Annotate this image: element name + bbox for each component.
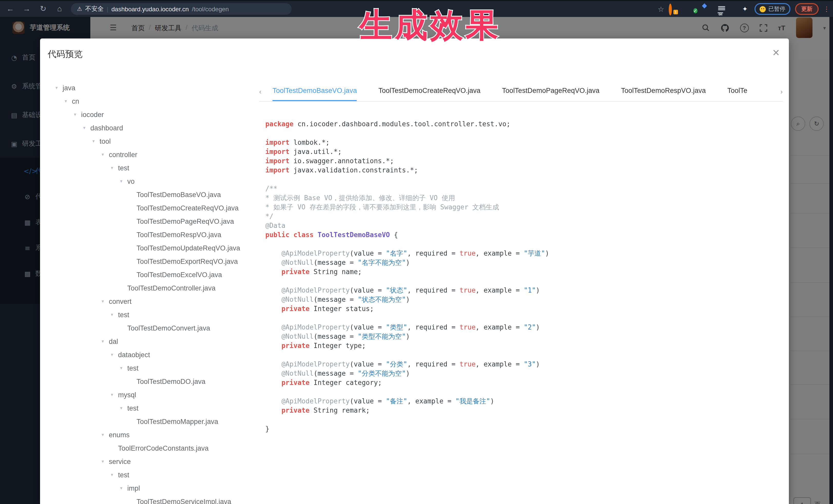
- tree-folder[interactable]: ▾service: [55, 455, 256, 468]
- tree-file[interactable]: ToolTestDemoRespVO.java: [55, 228, 256, 241]
- code-line: @NotNull(message = "名字不能为空"): [265, 258, 549, 267]
- caret-down-icon[interactable]: ▾: [102, 432, 109, 437]
- tab-scroll-right-icon[interactable]: ›: [772, 82, 783, 101]
- code-line: [265, 351, 549, 360]
- tree-folder[interactable]: ▾tool: [55, 135, 256, 148]
- extension-count-badge: 1: [673, 10, 678, 15]
- tree-folder[interactable]: ▾dataobject: [55, 348, 256, 361]
- update-button[interactable]: 更新: [795, 3, 818, 15]
- code-line: @ApiModelProperty(value = "分类", required…: [265, 360, 549, 369]
- extension-icon[interactable]: 1: [669, 5, 676, 13]
- tree-folder[interactable]: ▾iocoder: [55, 108, 256, 121]
- tree-folder[interactable]: ▾dal: [55, 335, 256, 348]
- close-icon[interactable]: ✕: [771, 47, 781, 58]
- tree-node-label: test: [118, 311, 129, 318]
- file-tab[interactable]: ToolTestDemoPageReqVO.java: [502, 82, 599, 101]
- caret-down-icon[interactable]: ▾: [111, 312, 118, 317]
- tree-node-label: dashboard: [90, 124, 123, 131]
- caret-down-icon[interactable]: ▾: [111, 392, 118, 397]
- file-tab[interactable]: ToolTe: [727, 82, 747, 101]
- tree-folder[interactable]: ▾test: [55, 401, 256, 415]
- tree-folder[interactable]: ▾test: [55, 361, 256, 375]
- tree-file[interactable]: ToolTestDemoMapper.java: [55, 415, 256, 428]
- puzzle-extension-icon[interactable]: ✦: [742, 5, 750, 13]
- tree-node-label: ToolTestDemoCreateReqVO.java: [137, 204, 239, 212]
- tree-folder[interactable]: ▾impl: [55, 481, 256, 495]
- code-line: [265, 387, 549, 397]
- reload-icon[interactable]: ↻: [37, 1, 49, 17]
- caret-down-icon[interactable]: ▾: [120, 405, 127, 411]
- tree-folder[interactable]: ▾enums: [55, 428, 256, 441]
- tree-file[interactable]: ToolTestDemoPageReqVO.java: [55, 215, 256, 228]
- home-icon[interactable]: ⌂: [53, 1, 66, 17]
- back-icon[interactable]: ←: [4, 1, 17, 17]
- caret-down-icon[interactable]: ▾: [111, 165, 118, 170]
- tree-file[interactable]: ToolTestDemoServiceImpl.java: [55, 495, 256, 504]
- tree-file[interactable]: ToolTestDemoBaseVO.java: [55, 188, 256, 201]
- tree-folder[interactable]: ▾test: [55, 161, 256, 174]
- tree-node-label: enums: [109, 431, 129, 438]
- file-tab[interactable]: ToolTestDemoCreateReqVO.java: [379, 82, 481, 101]
- tree-folder[interactable]: ▾test: [55, 308, 256, 321]
- tree-file[interactable]: ToolTestDemoExportReqVO.java: [55, 255, 256, 268]
- emoji-face-icon: [760, 6, 766, 12]
- check-extension-icon[interactable]: ✓: [693, 5, 701, 13]
- caret-down-icon[interactable]: ▾: [102, 299, 109, 304]
- tree-file[interactable]: ToolTestDemoExcelVO.java: [55, 268, 256, 281]
- caret-down-icon[interactable]: ▾: [102, 339, 109, 344]
- tree-node-label: test: [118, 471, 129, 479]
- caret-down-icon[interactable]: ▾: [111, 352, 118, 357]
- tree-file[interactable]: ToolTestDemoCreateReqVO.java: [55, 201, 256, 215]
- tree-node-label: iocoder: [81, 111, 104, 118]
- tree-folder[interactable]: ▾dashboard: [55, 121, 256, 135]
- tag-extension-icon[interactable]: [706, 5, 713, 13]
- file-tab[interactable]: ToolTestDemoBaseVO.java: [272, 82, 357, 101]
- tab-scroll-left-icon[interactable]: ‹: [259, 82, 269, 101]
- tree-file[interactable]: ToolTestDemoConvert.java: [55, 321, 256, 335]
- tree-folder[interactable]: ▾test: [55, 468, 256, 481]
- tree-folder[interactable]: ▾mysql: [55, 388, 256, 401]
- tree-file[interactable]: ToolTestDemoUpdateReqVO.java: [55, 241, 256, 255]
- caret-down-icon[interactable]: ▾: [102, 459, 109, 464]
- tree-node-label: tool: [100, 137, 111, 145]
- url-host: dashboard.yudao.iocoder.cn: [111, 5, 189, 13]
- tree-folder[interactable]: ▾cn: [55, 94, 256, 108]
- code-line: * 测试示例 Base VO，提供给添加、修改、详细的子 VO 使用: [265, 193, 549, 203]
- caret-down-icon[interactable]: ▾: [102, 152, 109, 157]
- caret-down-icon[interactable]: ▾: [83, 125, 90, 130]
- caret-down-icon[interactable]: ▾: [55, 85, 63, 90]
- browser-menu-icon[interactable]: ⋮: [823, 5, 830, 13]
- caret-down-icon[interactable]: ▾: [92, 139, 100, 144]
- bookmark-star-icon[interactable]: ☆: [658, 5, 664, 13]
- paused-badge[interactable]: 已暂停: [755, 3, 790, 15]
- address-bar[interactable]: ⚠ 不安全 | dashboard.yudao.iocoder.cn /tool…: [71, 3, 291, 15]
- list-extension-icon[interactable]: on: [718, 5, 725, 13]
- caret-down-icon[interactable]: ▾: [111, 472, 118, 477]
- pin-extension-icon[interactable]: [681, 5, 689, 13]
- tree-node-label: ToolErrorCodeConstants.java: [118, 444, 209, 452]
- tree-folder[interactable]: ▾vo: [55, 174, 256, 188]
- tree-folder[interactable]: ▾convert: [55, 295, 256, 308]
- caret-down-icon[interactable]: ▾: [65, 99, 72, 104]
- tree-file[interactable]: ToolTestDemoDO.java: [55, 375, 256, 388]
- file-tabs-bar: ‹ ToolTestDemoBaseVO.javaToolTestDemoCre…: [259, 82, 783, 102]
- forward-icon[interactable]: →: [21, 1, 33, 17]
- caret-down-icon[interactable]: ▾: [74, 112, 81, 117]
- tree-folder[interactable]: ▾controller: [55, 148, 256, 161]
- tree-file[interactable]: ToolErrorCodeConstants.java: [55, 441, 256, 455]
- tree-node-label: dal: [109, 337, 118, 345]
- sprout-extension-icon[interactable]: [730, 5, 738, 13]
- file-tab[interactable]: ToolTestDemoRespVO.java: [621, 82, 706, 101]
- file-tabs: ToolTestDemoBaseVO.javaToolTestDemoCreat…: [272, 82, 747, 101]
- code-line: [265, 129, 549, 138]
- caret-down-icon[interactable]: ▾: [120, 365, 127, 370]
- tree-folder[interactable]: ▾java: [55, 81, 256, 94]
- caret-down-icon[interactable]: ▾: [120, 178, 127, 184]
- tree-node-label: cn: [72, 97, 79, 105]
- code-line: private Integer type;: [265, 341, 549, 351]
- tree-node-label: vo: [127, 177, 135, 185]
- caret-down-icon[interactable]: ▾: [120, 485, 127, 491]
- code-view: package cn.iocoder.dashboard.modules.too…: [265, 120, 549, 434]
- code-line: import lombok.*;: [265, 138, 549, 147]
- tree-file[interactable]: ToolTestDemoController.java: [55, 281, 256, 295]
